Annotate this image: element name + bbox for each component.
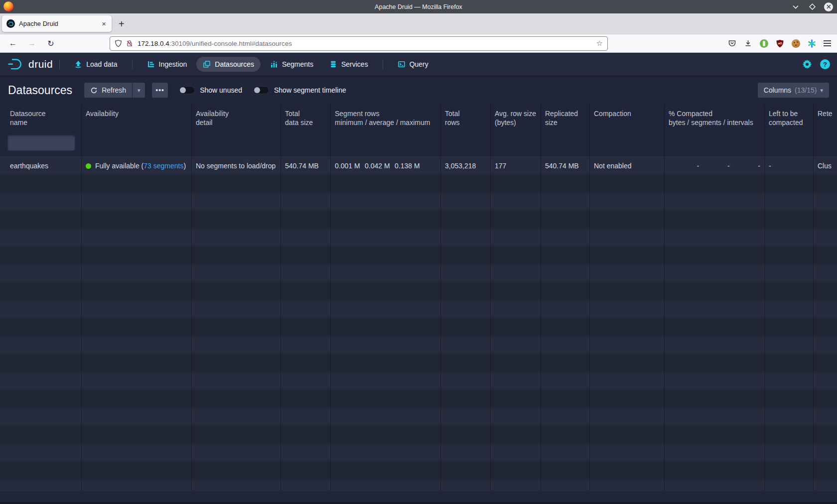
table-cell-empty (441, 426, 491, 444)
druid-logo[interactable]: druid (7, 58, 53, 71)
table-cell-empty (590, 408, 665, 426)
table-cell-empty (82, 300, 192, 318)
refresh-dropdown-button[interactable]: ▾ (133, 83, 145, 98)
table-row-empty (0, 318, 837, 336)
extension-privacy-icon[interactable] (760, 39, 768, 48)
table-cell-empty (0, 390, 82, 408)
table-cell-empty (82, 390, 192, 408)
druid-wordmark: druid (28, 58, 53, 70)
table-cell-empty (814, 480, 837, 491)
column-header-pct-compacted[interactable]: % Compactedbytes / segments / intervals (665, 105, 765, 130)
table-filter-row (0, 130, 837, 157)
column-header-segment-rows[interactable]: Segment rowsminimum / average / maximum (331, 105, 441, 130)
nav-item-services[interactable]: Services (323, 57, 375, 72)
table-cell-empty (814, 426, 837, 444)
nav-item-label: Ingestion (159, 60, 187, 68)
table-cell-empty (541, 247, 590, 264)
new-tab-button[interactable]: + (119, 19, 125, 29)
ublock-origin-icon[interactable]: uO (776, 39, 784, 48)
table-cell-empty (192, 282, 281, 300)
nav-item-query[interactable]: Query (391, 57, 435, 72)
table-cell-empty (665, 372, 765, 390)
forward-button[interactable]: → (26, 39, 38, 48)
nav-item-load-data[interactable]: Load data (68, 57, 124, 72)
table-cell-empty (281, 211, 331, 229)
nav-item-label: Load data (86, 60, 117, 68)
table-cell-empty (491, 193, 541, 211)
show-segment-timeline-switch[interactable]: Show segment timeline (253, 86, 346, 94)
window-minimize-icon[interactable] (791, 2, 800, 11)
column-header-compaction[interactable]: Compaction (590, 105, 665, 130)
table-cell-empty (441, 300, 491, 318)
table-cell-empty (590, 372, 665, 390)
column-header-left-to-be-compacted[interactable]: Left to becompacted (765, 105, 814, 130)
datasource-name-filter-input[interactable] (8, 135, 75, 150)
table-cell-empty (765, 318, 814, 336)
column-header-retention[interactable]: Rete (814, 105, 837, 130)
table-cell-empty (541, 354, 590, 372)
tab-apache-druid[interactable]: Apache Druid × (2, 15, 112, 32)
nav-item-segments[interactable]: Segments (264, 57, 320, 72)
table-cell-empty (590, 211, 665, 229)
toggle-track[interactable] (179, 86, 195, 94)
column-header-availability-detail[interactable]: Availabilitydetail (192, 105, 281, 130)
table-cell-empty (491, 354, 541, 372)
cell-compaction: Not enabled (590, 157, 665, 175)
table-cell-empty (765, 408, 814, 426)
table-cell-empty (665, 175, 765, 193)
table-row-empty (0, 229, 837, 247)
table-cell-empty (331, 211, 441, 229)
url-host: 172.18.0.4 (138, 40, 169, 47)
segments-link[interactable]: 73 segments (143, 162, 183, 170)
shield-icon[interactable] (115, 39, 122, 47)
columns-button[interactable]: Columns (13/15) ▾ (758, 83, 829, 98)
window-maximize-icon[interactable] (808, 2, 817, 11)
refresh-button[interactable]: Refresh (84, 83, 132, 98)
table-cell-empty (491, 229, 541, 247)
download-icon[interactable] (744, 39, 752, 47)
table-cell-empty (491, 372, 541, 390)
table-cell-empty (82, 282, 192, 300)
bookmark-star-icon[interactable]: ☆ (596, 39, 603, 48)
column-header-avg-row-size[interactable]: Avg. row size(bytes) (491, 105, 541, 130)
filter-cell (665, 130, 765, 156)
nav-item-label: Segments (282, 60, 313, 68)
url-bar[interactable]: 172.18.0.4:30109/unified-console.html#da… (110, 36, 608, 51)
table-cell-empty (281, 318, 331, 336)
more-actions-button[interactable]: ••• (152, 83, 168, 98)
pocket-icon[interactable] (728, 39, 736, 47)
table-cell-empty (0, 282, 82, 300)
nav-item-datasources[interactable]: Datasources (196, 57, 261, 72)
column-header-availability[interactable]: Availability (82, 105, 192, 130)
table-cell-empty (665, 300, 765, 318)
table-cell-empty (281, 480, 331, 491)
toggle-track[interactable] (253, 86, 269, 94)
nav-item-label: Query (410, 60, 428, 68)
tab-close-icon[interactable]: × (101, 19, 107, 28)
menu-hamburger-icon[interactable] (824, 40, 831, 46)
table-cell-empty (765, 300, 814, 318)
back-button[interactable]: ← (7, 39, 19, 48)
column-header-total-data-size[interactable]: Totaldata size (281, 105, 331, 130)
insecure-lock-icon[interactable] (126, 39, 133, 47)
window-close-icon[interactable] (824, 2, 833, 11)
gear-icon[interactable] (802, 59, 812, 69)
table-cell-empty (441, 175, 491, 193)
table-row-empty (0, 390, 837, 408)
help-icon[interactable]: ? (820, 59, 830, 69)
toggle-knob (180, 87, 186, 93)
column-header-datasource-name[interactable]: Datasourcename (0, 105, 82, 130)
table-cell-empty (281, 282, 331, 300)
table-cell-empty (441, 247, 491, 264)
show-unused-switch[interactable]: Show unused (179, 86, 242, 94)
filter-cell (331, 130, 441, 156)
column-header-replicated-size[interactable]: Replicatedsize (541, 105, 590, 130)
asterisk-extension-icon[interactable] (808, 39, 816, 48)
filter-cell (491, 130, 541, 156)
reload-button[interactable]: ↻ (45, 39, 57, 48)
table-cell-empty (281, 372, 331, 390)
table-cell-empty (281, 408, 331, 426)
column-header-total-rows[interactable]: Totalrows (441, 105, 491, 130)
cookie-extension-icon[interactable] (792, 39, 800, 48)
nav-item-ingestion[interactable]: Ingestion (140, 57, 194, 72)
